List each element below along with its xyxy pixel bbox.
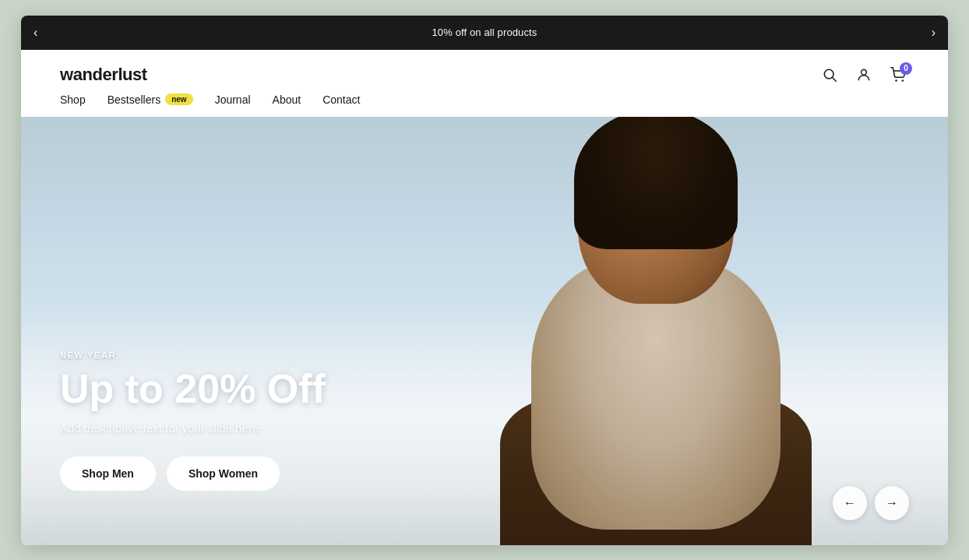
hero-section: NEW YEAR Up to 20% Off Add descriptive t… <box>21 117 948 545</box>
hero-content: NEW YEAR Up to 20% Off Add descriptive t… <box>60 350 326 491</box>
svg-point-2 <box>862 69 867 75</box>
nav-item-shop[interactable]: Shop <box>60 93 86 106</box>
search-icon <box>822 67 837 83</box>
cart-badge: 0 <box>900 62 912 75</box>
hero-person <box>442 117 870 545</box>
announcement-bar: ‹ 10% off on all products › <box>21 16 948 50</box>
carousel-next-button[interactable]: → <box>875 486 909 520</box>
header-top: wanderlust <box>60 50 909 93</box>
account-button[interactable] <box>853 64 875 86</box>
announcement-text: 10% off on all products <box>432 26 537 38</box>
carousel-prev-button[interactable]: ← <box>833 486 867 520</box>
nav-item-bestsellers[interactable]: Bestsellers new <box>107 93 193 106</box>
main-nav: Shop Bestsellers new Journal About Conta… <box>60 93 909 117</box>
hero-description: Add descriptive text for your slide here… <box>60 421 326 435</box>
announcement-prev-button[interactable]: ‹ <box>21 19 50 46</box>
user-icon <box>856 67 872 83</box>
search-button[interactable] <box>819 64 840 86</box>
hero-title: Up to 20% Off <box>60 368 326 410</box>
person-hair <box>574 117 738 249</box>
hero-buttons: Shop Men Shop Women <box>60 456 326 491</box>
svg-point-4 <box>902 79 904 82</box>
hero-eyebrow: NEW YEAR <box>60 350 326 360</box>
cart-button[interactable]: 0 <box>887 64 909 86</box>
svg-line-1 <box>833 77 837 81</box>
nav-item-about[interactable]: About <box>273 93 301 106</box>
carousel-nav: ← → <box>833 486 909 520</box>
shop-men-button[interactable]: Shop Men <box>60 456 156 491</box>
nav-item-journal[interactable]: Journal <box>215 93 251 106</box>
logo[interactable]: wanderlust <box>60 65 147 85</box>
shop-women-button[interactable]: Shop Women <box>167 456 280 491</box>
nav-item-contact[interactable]: Contact <box>322 93 360 106</box>
header-icons: 0 <box>819 64 909 86</box>
svg-point-3 <box>895 79 897 82</box>
header: wanderlust <box>21 50 948 117</box>
browser-frame: ‹ 10% off on all products › wanderlust <box>21 16 948 545</box>
bestsellers-badge: new <box>165 93 192 105</box>
announcement-next-button[interactable]: › <box>919 19 948 46</box>
